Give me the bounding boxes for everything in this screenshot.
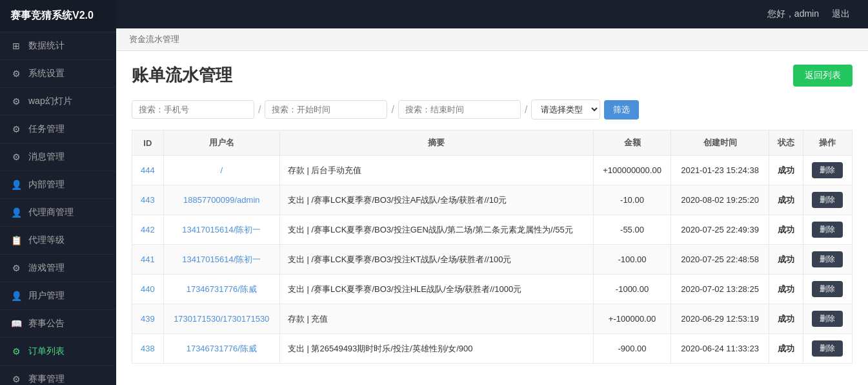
cell-username: /: [163, 156, 279, 185]
delete-button[interactable]: 删除: [812, 251, 843, 267]
book-icon: 📖: [10, 318, 22, 329]
cell-created-at: 2020-06-29 12:53:19: [671, 304, 769, 334]
delete-button[interactable]: 删除: [812, 222, 843, 238]
cell-id: 443: [132, 185, 164, 215]
phone-search-input[interactable]: [132, 100, 254, 119]
cell-amount: -100.00: [593, 245, 671, 275]
table-row: 442 13417015614/陈初一 支出 | /赛事LCK夏季赛/BO3/投…: [132, 215, 853, 245]
end-time-input[interactable]: [398, 100, 521, 119]
breadcrumb-text: 资金流水管理: [129, 34, 179, 44]
username-link[interactable]: 17346731776/陈威: [187, 344, 257, 353]
cell-status: 成功: [769, 215, 803, 245]
username-link[interactable]: /: [220, 165, 223, 175]
cell-created-at: 2020-07-25 22:48:58: [671, 245, 769, 275]
cell-created-at: 2021-01-23 15:24:38: [671, 156, 769, 185]
sidebar-item-order-list[interactable]: ⚙ 订单列表: [0, 338, 116, 366]
table-row: 441 13417015614/陈初一 支出 | /赛事LCK夏季赛/BO3/投…: [132, 245, 853, 275]
sidebar-item-wap-slides[interactable]: ⚙ wap幻灯片: [0, 88, 116, 116]
th-action: 操作: [803, 130, 852, 156]
cell-amount: -900.00: [593, 334, 671, 364]
sidebar-item-label: 代理等级: [28, 234, 65, 246]
cell-amount: +100000000.00: [593, 156, 671, 185]
username-link[interactable]: 1730171530/1730171530: [174, 314, 269, 324]
type-select[interactable]: 请选择类型 存款 支出: [531, 99, 600, 120]
content-area: 账单流水管理 返回列表 / / / 请选择类型 存款 支出 筛选 ID 用户名: [116, 51, 868, 385]
cell-status: 成功: [769, 185, 803, 215]
cell-action: 删除: [803, 185, 852, 215]
sidebar-item-label: wap幻灯片: [28, 96, 72, 107]
th-summary: 摘要: [279, 130, 593, 156]
topbar-greeting: 您好，admin: [767, 8, 819, 20]
cell-summary: 支出 | /赛事LCK夏季赛/BO3/投注HLE战队/全场/获胜者//1000元: [279, 275, 593, 304]
chart-icon: ⊞: [10, 40, 22, 52]
sidebar-item-match-announce[interactable]: 📖 赛事公告: [0, 310, 116, 338]
cell-id: 441: [132, 245, 164, 275]
list-icon: 📋: [10, 234, 22, 246]
table-row: 438 17346731776/陈威 支出 | 第26549493期时时乐/投注…: [132, 334, 853, 364]
filter-button[interactable]: 筛选: [604, 100, 639, 120]
sidebar-item-task-manage[interactable]: ⚙ 任务管理: [0, 116, 116, 143]
cell-username: 13417015614/陈初一: [163, 215, 279, 245]
cell-username: 17346731776/陈威: [163, 334, 279, 364]
sidebar-item-system-settings[interactable]: ⚙ 系统设置: [0, 60, 116, 88]
cell-status: 成功: [769, 304, 803, 334]
sidebar-item-label: 任务管理: [28, 123, 65, 135]
cell-created-at: 2020-06-24 11:33:23: [671, 334, 769, 364]
username-link[interactable]: 13417015614/陈初一: [182, 225, 261, 234]
th-created-at: 创建时间: [671, 130, 769, 156]
delete-button[interactable]: 删除: [812, 340, 843, 357]
th-status: 状态: [769, 130, 803, 156]
cell-status: 成功: [769, 156, 803, 185]
sidebar-item-data-stats[interactable]: ⊞ 数据统计: [0, 32, 116, 60]
sidebar-item-label: 赛事管理: [28, 373, 65, 385]
delete-button[interactable]: 删除: [812, 162, 843, 178]
username-link[interactable]: 18857700099/admin: [183, 195, 260, 205]
gear-icon: ⚙: [10, 262, 22, 274]
sidebar-item-match-manage[interactable]: ⚙ 赛事管理: [0, 366, 116, 385]
table-row: 443 18857700099/admin 支出 | /赛事LCK夏季赛/BO3…: [132, 185, 853, 215]
delete-button[interactable]: 删除: [812, 281, 843, 297]
logout-button[interactable]: 退出: [827, 6, 855, 23]
sidebar-item-label: 用户管理: [28, 290, 65, 302]
gear-icon: ⚙: [10, 151, 22, 163]
page-header: 账单流水管理 返回列表: [132, 64, 853, 87]
delete-button[interactable]: 删除: [812, 192, 843, 208]
sidebar-item-game-manage[interactable]: ⚙ 游戏管理: [0, 255, 116, 282]
cell-amount: +-100000.00: [593, 304, 671, 334]
sidebar-item-agent-manage[interactable]: 👤 代理商管理: [0, 199, 116, 227]
username-link[interactable]: 13417015614/陈初一: [182, 255, 261, 264]
gear-icon: ⚙: [10, 346, 22, 357]
cell-id: 442: [132, 215, 164, 245]
table-header-row: ID 用户名 摘要 金额 创建时间 状态 操作: [132, 130, 853, 156]
cell-id: 438: [132, 334, 164, 364]
sidebar-item-internal-manage[interactable]: 👤 内部管理: [0, 171, 116, 199]
sidebar-item-message-manage[interactable]: ⚙ 消息管理: [0, 143, 116, 171]
table-body: 444 / 存款 | 后台手动充值 +100000000.00 2021-01-…: [132, 156, 853, 364]
table-header: ID 用户名 摘要 金额 创建时间 状态 操作: [132, 130, 853, 156]
sidebar-item-agent-level[interactable]: 📋 代理等级: [0, 227, 116, 255]
th-username: 用户名: [163, 130, 279, 156]
cell-action: 删除: [803, 215, 852, 245]
delete-button[interactable]: 删除: [812, 311, 843, 327]
separator-2: /: [391, 104, 394, 116]
cell-amount: -55.00: [593, 215, 671, 245]
th-id: ID: [132, 130, 164, 156]
cell-amount: -10.00: [593, 185, 671, 215]
gear-icon: ⚙: [10, 373, 22, 385]
topbar: 您好，admin 退出: [116, 0, 868, 28]
return-list-button[interactable]: 返回列表: [793, 65, 853, 87]
cell-action: 删除: [803, 275, 852, 304]
cell-id: 439: [132, 304, 164, 334]
user-icon: 👤: [10, 207, 22, 218]
sidebar-item-user-manage[interactable]: 👤 用户管理: [0, 282, 116, 310]
main-area: 您好，admin 退出 资金流水管理 账单流水管理 返回列表 / / / 请选择…: [116, 0, 868, 385]
table-row: 444 / 存款 | 后台手动充值 +100000000.00 2021-01-…: [132, 156, 853, 185]
user-icon: 👤: [10, 290, 22, 302]
user-icon: 👤: [10, 179, 22, 191]
cell-action: 删除: [803, 334, 852, 364]
app-logo: 赛事竞猜系统V2.0: [0, 0, 116, 32]
cell-summary: 支出 | /赛事LCK夏季赛/BO3/投注AF战队/全场/获胜者//10元: [279, 185, 593, 215]
start-time-input[interactable]: [265, 100, 387, 119]
separator-1: /: [258, 104, 261, 116]
username-link[interactable]: 17346731776/陈威: [187, 284, 257, 294]
